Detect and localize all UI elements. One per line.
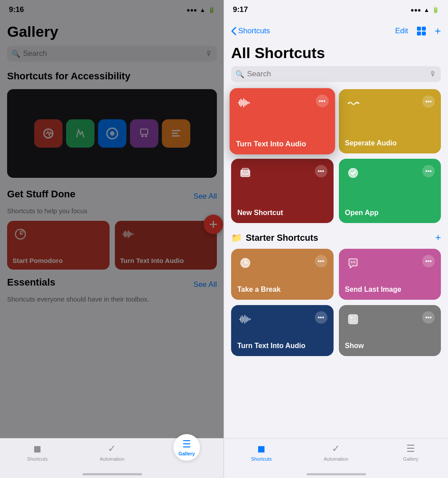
- svg-rect-22: [353, 316, 356, 319]
- gallery-tab-icon: ☰: [182, 439, 191, 450]
- open-app-icon: [345, 165, 361, 181]
- separate-audio-label: Seperate Audio: [345, 139, 435, 147]
- turn-text-card-top: •••: [236, 94, 329, 111]
- more-dots-icon-6: •••: [425, 258, 432, 264]
- turn-text-navy-card[interactable]: ••• Turn Text Into Audio: [231, 305, 334, 356]
- open-app-card[interactable]: ••• Open App: [339, 159, 441, 223]
- take-break-top: •••: [237, 255, 327, 271]
- svg-rect-24: [353, 320, 356, 322]
- more-dots-icon-8: •••: [425, 314, 432, 321]
- gallery-tab-highlight[interactable]: ☰ Gallery: [173, 434, 200, 461]
- tab-gallery-right[interactable]: ☰ Gallery: [373, 443, 448, 462]
- tab-gallery-left[interactable]: ☰ Gallery: [149, 443, 224, 461]
- right-search-icon: 🔍: [236, 70, 244, 78]
- starter-shortcuts-grid: ••• Take a Break •••: [231, 249, 441, 356]
- take-break-card[interactable]: ••• Take a Break: [231, 249, 334, 300]
- tab-automation-left[interactable]: ✓ Automation: [75, 443, 149, 462]
- take-break-label: Take a Break: [237, 286, 327, 294]
- right-battery-icon: 🔋: [432, 7, 439, 13]
- send-last-image-card[interactable]: ••• Send Last Image: [339, 249, 441, 300]
- separate-audio-more-button[interactable]: •••: [422, 95, 435, 108]
- grid-view-button[interactable]: [417, 27, 426, 35]
- turn-text-navy-icon: [237, 311, 253, 327]
- right-automation-tab-icon: ✓: [332, 443, 340, 454]
- right-home-indicator: [307, 473, 366, 475]
- right-signal-icon: ●●●: [411, 7, 421, 13]
- svg-point-19: [353, 261, 355, 263]
- more-dots-icon-3: •••: [318, 168, 324, 174]
- tab-automation-right[interactable]: ✓ Automation: [299, 443, 373, 462]
- nav-actions: Edit +: [395, 25, 441, 37]
- right-shortcuts-tab-icon: ◼: [257, 443, 265, 454]
- left-dim-overlay: [0, 0, 224, 478]
- right-gallery-tab-label: Gallery: [403, 456, 418, 462]
- left-tab-bar: ◼ Shortcuts ✓ Automation ☰ Gallery: [0, 438, 224, 478]
- automation-tab-label: Automation: [100, 456, 125, 462]
- open-app-more-button[interactable]: •••: [422, 165, 435, 177]
- new-shortcut-card[interactable]: ••• New Shortcut: [231, 159, 334, 223]
- shortcuts-tab-icon: ◼: [33, 443, 41, 454]
- right-search-input[interactable]: [247, 70, 427, 78]
- send-last-image-more-button[interactable]: •••: [422, 255, 435, 267]
- right-panel: 9:17 ●●● ▲ 🔋 Shortcuts Edit + All Shortc…: [224, 0, 448, 478]
- folder-title-row: 📁 Starter Shortcuts: [231, 232, 318, 243]
- back-label: Shortcuts: [238, 27, 270, 35]
- back-button[interactable]: Shortcuts: [231, 27, 270, 35]
- folder-add-button[interactable]: +: [435, 232, 441, 243]
- separate-audio-card[interactable]: ••• Seperate Audio: [339, 89, 441, 153]
- send-last-image-label: Send Last Image: [345, 286, 435, 294]
- automation-tab-icon: ✓: [108, 443, 116, 454]
- left-home-indicator: [83, 473, 142, 475]
- more-dots-icon-4: •••: [425, 168, 432, 174]
- more-dots-icon-7: •••: [318, 314, 324, 321]
- turn-text-navy-top: •••: [237, 311, 327, 327]
- svg-rect-23: [350, 320, 353, 322]
- turn-text-waveform-icon: [236, 94, 252, 111]
- open-app-top: •••: [345, 165, 435, 181]
- separate-audio-icon: [345, 95, 361, 111]
- send-last-image-icon: [345, 255, 361, 271]
- folder-header: 📁 Starter Shortcuts +: [231, 232, 441, 243]
- turn-text-more-button[interactable]: •••: [316, 94, 329, 107]
- right-search-bar[interactable]: 🔍 🎙: [231, 66, 441, 82]
- turn-text-card-right[interactable]: ••• Turn Text Into Audio: [230, 88, 335, 154]
- svg-point-18: [351, 261, 353, 263]
- right-mic-icon: 🎙: [429, 70, 436, 78]
- open-app-label: Open App: [345, 209, 435, 217]
- starter-shortcuts-section: 📁 Starter Shortcuts + •••: [224, 232, 448, 356]
- new-shortcut-top: •••: [237, 165, 327, 181]
- right-status-bar: 9:17 ●●● ▲ 🔋: [224, 0, 448, 20]
- right-tab-bar: ◼ Shortcuts ✓ Automation ☰ Gallery: [224, 438, 448, 478]
- show-more-button[interactable]: •••: [422, 311, 435, 324]
- panel-divider: [224, 0, 224, 478]
- all-shortcuts-title: All Shortcuts: [224, 43, 448, 66]
- svg-rect-15: [242, 168, 249, 174]
- show-label: Show: [345, 342, 435, 350]
- folder-title: Starter Shortcuts: [246, 233, 318, 243]
- turn-text-card-label: Turn Text Into Audio: [236, 140, 329, 148]
- edit-button[interactable]: Edit: [395, 27, 408, 35]
- add-button[interactable]: +: [435, 25, 441, 37]
- right-shortcuts-tab-label: Shortcuts: [251, 456, 271, 462]
- tab-shortcuts-right[interactable]: ◼ Shortcuts: [224, 443, 299, 462]
- more-dots-icon-2: •••: [425, 98, 432, 105]
- folder-icon: 📁: [231, 232, 242, 243]
- separate-audio-top: •••: [345, 95, 435, 111]
- turn-text-navy-more-button[interactable]: •••: [315, 311, 327, 324]
- shortcuts-tab-label: Shortcuts: [27, 456, 47, 462]
- right-automation-tab-label: Automation: [324, 456, 349, 462]
- show-card[interactable]: ••• Show: [339, 305, 441, 356]
- tab-shortcuts-left[interactable]: ◼ Shortcuts: [0, 443, 75, 462]
- more-dots-icon: •••: [319, 98, 326, 104]
- svg-rect-20: [348, 315, 358, 324]
- right-status-time: 9:17: [233, 5, 248, 14]
- right-gallery-tab-icon: ☰: [406, 443, 415, 454]
- take-break-more-button[interactable]: •••: [315, 255, 327, 267]
- left-panel: 9:16 ●●● ▲ 🔋 Gallery 🔍 🎙 Shortcuts for A…: [0, 0, 224, 478]
- more-dots-icon-5: •••: [318, 258, 324, 264]
- show-icon: [345, 311, 361, 327]
- new-shortcut-more-button[interactable]: •••: [315, 165, 327, 177]
- send-last-image-top: •••: [345, 255, 435, 271]
- show-top: •••: [345, 311, 435, 327]
- take-break-icon: [237, 255, 253, 271]
